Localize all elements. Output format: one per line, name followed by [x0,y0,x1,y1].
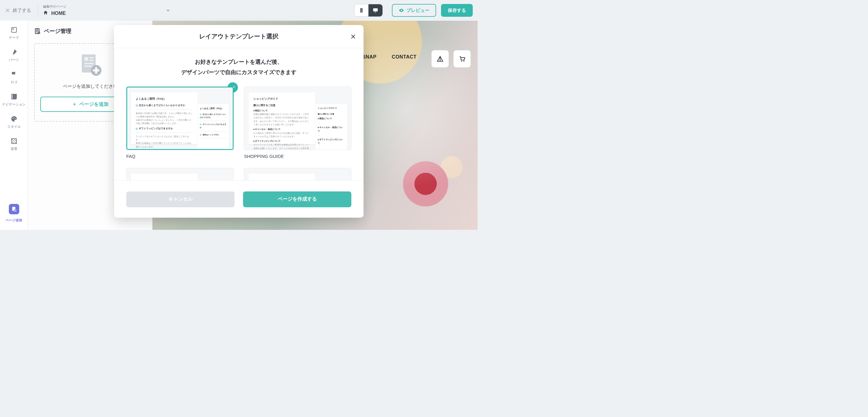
template-name: SHOPPING GUIDE [244,154,351,159]
sidebar-item-label: 背景 [11,147,18,151]
panel-title-text: ページ管理 [44,27,71,35]
template-mobile-preview: よくあるご質問（FAQ） Q注文から届くまでどのくらいかかりますか Qギフトラッ… [197,104,229,150]
plus-icon [72,102,77,107]
device-toggle [354,4,383,17]
theme-icon [10,26,18,34]
save-label: 保存する [448,8,466,13]
editing-label: 編集中のページ [43,4,66,9]
template-card-placeholder[interactable] [244,168,351,181]
exit-label: 終了する [13,8,31,13]
save-button[interactable]: 保存する [441,4,473,17]
template-thumbnail: よくあるご質問（FAQ） Q注文から届くまでどのくらいかかりますか 基本的に3日… [126,87,234,150]
preview-header-icons [431,50,471,68]
background-icon [10,137,18,145]
editing-page-dropdown[interactable]: 編集中のページ HOME [43,4,66,17]
palette-icon [10,115,18,123]
svg-point-10 [13,117,14,118]
sidebar-item-label: パーツ [9,58,19,62]
nav-icon [10,93,18,100]
template-name: FAQ [126,154,234,159]
template-card-faq[interactable]: よくあるご質問（FAQ） Q注文から届くまでどのくらいかかりますか 基本的に3日… [126,87,234,159]
svg-rect-20 [89,60,93,61]
modal-lead-line2: デザインパーツで自由にカスタマイズできます [126,67,351,77]
svg-point-4 [401,10,402,11]
svg-point-1 [361,11,362,12]
sidebar-item-parts[interactable]: パーツ [0,44,28,66]
topbar: 終了する 編集中のページ HOME プレビュー 保存する [0,0,477,21]
sidebar: テーマ パーツ ロゴ ナビゲーション スタイル 背景 ページ追加 [0,21,28,230]
home-icon [43,10,48,17]
template-desktop-preview: よくあるご質問（FAQ） Q注文から届くまでどのくらいかかりますか 基本的に3日… [131,92,198,144]
preview-nav-item[interactable]: CONTACT [392,54,416,60]
sidebar-item-label: ロゴ [11,80,18,85]
sidebar-item-label: スタイル [7,124,21,129]
modal-lead: お好きなテンプレートを選んだ後、 デザインパーツで自由にカスタマイズできます [126,57,351,77]
svg-rect-18 [84,57,88,61]
svg-rect-19 [89,57,93,58]
sidebar-item-navigation[interactable]: ナビゲーション [0,89,28,111]
template-thumbnail [244,168,351,181]
template-thumbnail [126,168,234,181]
add-page-icon [9,204,19,214]
mobile-icon [359,7,365,13]
sidebar-item-label: ナビゲーション [2,102,26,107]
svg-rect-21 [84,63,93,64]
svg-point-25 [463,61,464,62]
modal-title: レイアウトテンプレート選択 [199,32,278,40]
svg-rect-2 [373,8,378,11]
device-desktop-button[interactable] [368,4,382,17]
editing-page-name: HOME [51,11,66,16]
modal-close-button[interactable] [349,32,358,41]
preview-button[interactable]: プレビュー [392,4,436,17]
chevron-down-icon [165,8,170,13]
cart-icon-button[interactable] [453,50,471,68]
svg-rect-5 [11,27,17,32]
empty-message: ページを追加してください [63,84,118,89]
page-manage-icon [34,28,41,34]
preview-label: プレビュー [407,8,429,13]
brush-icon [10,49,18,56]
sidebar-item-label: テーマ [9,35,19,40]
template-card-shopping-guide[interactable]: ショッピングガイド 購入に関するご注意 商品について 在庫は複数店舗と連動させて… [244,87,351,159]
cancel-button[interactable]: キャンセル [126,191,235,207]
modal-lead-line1: お好きなテンプレートを選んだ後、 [126,57,351,67]
sidebar-item-style[interactable]: スタイル [0,111,28,133]
template-mobile-preview: ショッピングガイド 購入に関するご注意 商品について … キャンセル・返品につい… [315,104,347,150]
device-mobile-button[interactable] [354,4,368,17]
empty-page-icon [78,51,103,78]
svg-point-11 [14,118,16,119]
modal-header: レイアウトテンプレート選択 [114,25,364,48]
page-dropdown-chevron[interactable] [66,3,175,18]
divider [38,4,38,17]
template-card-placeholder[interactable] [126,168,234,181]
sidebar-item-logo[interactable]: ロゴ [0,66,28,89]
svg-rect-22 [84,66,93,67]
svg-rect-3 [375,12,376,12]
exit-button[interactable]: 終了する [5,8,38,13]
close-icon [5,8,10,13]
sidebar-item-theme[interactable]: テーマ [0,22,28,44]
flag-icon [10,71,18,78]
create-page-button[interactable]: ページを作成する [243,191,351,207]
template-desktop-preview: ショッピングガイド 購入に関するご注意 商品について 在庫は複数店舗と連動させて… [249,92,315,144]
svg-rect-8 [12,94,17,99]
svg-point-24 [461,61,462,62]
sidebar-item-background[interactable]: 背景 [0,133,28,156]
tent-icon [436,55,444,63]
desktop-icon [372,7,378,13]
template-desktop-preview [249,174,315,181]
svg-point-9 [12,118,13,119]
sidebar-item-add-page[interactable]: ページ追加 [0,200,28,227]
template-desktop-preview [131,174,198,181]
eye-icon [399,8,404,13]
tent-icon-button[interactable] [431,50,449,68]
cart-icon [458,55,466,63]
template-grid: よくあるご質問（FAQ） Q注文から届くまでどのくらいかかりますか 基本的に3日… [126,87,351,181]
modal-footer: キャンセル ページを作成する [114,181,364,218]
add-page-button-label: ページを追加 [79,101,108,107]
layout-template-modal: レイアウトテンプレート選択 お好きなテンプレートを選んだ後、 デザインパーツで自… [114,25,364,218]
svg-rect-6 [12,28,14,30]
modal-body[interactable]: お好きなテンプレートを選んだ後、 デザインパーツで自由にカスタマイズできます よ… [114,48,364,181]
template-thumbnail: ショッピングガイド 購入に関するご注意 商品について 在庫は複数店舗と連動させて… [244,87,351,150]
sidebar-item-label: ページ追加 [5,218,22,223]
